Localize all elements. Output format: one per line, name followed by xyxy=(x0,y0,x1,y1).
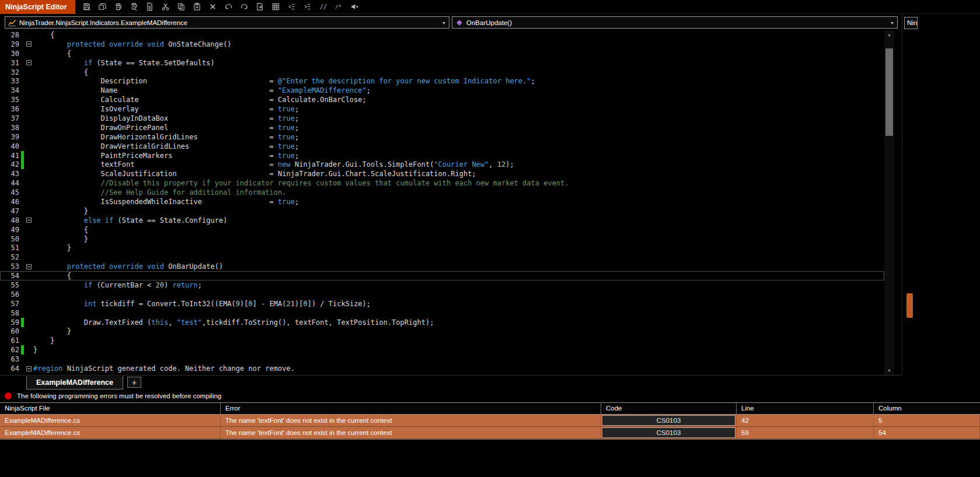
fold-collapse-icon[interactable] xyxy=(26,264,32,269)
clipped-panel-combobox[interactable]: Nin xyxy=(904,17,918,29)
code-text: if (State == State.SetDefaults) xyxy=(33,59,215,67)
code-line-57[interactable]: 57 int tickdiff = Convert.ToInt32((EMA(9… xyxy=(0,299,884,308)
code-line-46[interactable]: 46 IsSuspendedWhileInactive = true; xyxy=(0,197,884,206)
redo-icon[interactable] xyxy=(238,1,252,13)
column-header-file[interactable]: NinjaScript File xyxy=(0,403,221,414)
delete-icon[interactable] xyxy=(206,1,220,13)
code-line-42[interactable]: 42 textFont = new NinjaTrader.Gui.Tools.… xyxy=(0,160,884,169)
code-text: Draw.TextFixed (this, "test",tickdiff.To… xyxy=(33,318,434,327)
code-line-43[interactable]: 43 ScaleJustification = NinjaTrader.Gui.… xyxy=(0,169,884,178)
scroll-up-icon[interactable]: ▲ xyxy=(884,30,894,39)
column-header-code[interactable]: Code xyxy=(601,403,737,414)
change-margin xyxy=(21,188,24,197)
code-line-36[interactable]: 36 IsOverlay = true; xyxy=(0,104,884,114)
change-margin xyxy=(21,114,24,123)
error-row[interactable]: ExampleMADifference.csThe name 'textFont… xyxy=(0,427,980,439)
save-icon[interactable] xyxy=(80,1,94,13)
code-line-39[interactable]: 39 DrawHorizontalGridLines = true; xyxy=(0,132,884,142)
code-line-40[interactable]: 40 DrawVerticalGridLines = true; xyxy=(0,142,884,151)
code-line-38[interactable]: 38 DrawOnPricePanel = true; xyxy=(0,123,884,132)
copy-icon[interactable] xyxy=(175,1,189,13)
line-number: 47 xyxy=(0,207,21,215)
tab-examplemadifference[interactable]: ExampleMADifference xyxy=(26,376,123,390)
export-icon[interactable] xyxy=(253,1,267,13)
line-number: 45 xyxy=(0,188,21,197)
code-line-41[interactable]: 41 PaintPriceMarkers = true; xyxy=(0,151,884,160)
line-number: 35 xyxy=(0,96,21,104)
new-tab-button[interactable]: + xyxy=(127,377,141,388)
line-number: 32 xyxy=(0,68,21,76)
line-number: 48 xyxy=(0,216,21,225)
compile-grid-icon[interactable] xyxy=(269,1,283,13)
code-line-37[interactable]: 37 DisplayInDataBox = true; xyxy=(0,114,884,123)
code-line-45[interactable]: 45 //See Help Guide for additional infor… xyxy=(0,188,884,197)
comment-icon[interactable]: // xyxy=(316,1,330,13)
code-line-64[interactable]: 64#region NinjaScript generated code. Ne… xyxy=(0,364,884,373)
code-line-47[interactable]: 47 } xyxy=(0,206,884,216)
paste-icon[interactable] xyxy=(190,1,204,13)
code-editor[interactable]: 28 {29 protected override void OnStateCh… xyxy=(0,30,884,375)
code-line-54[interactable]: 54 { xyxy=(0,271,884,280)
code-text: } xyxy=(33,207,88,215)
fold-collapse-icon[interactable] xyxy=(26,60,32,65)
print-preview-icon[interactable] xyxy=(127,1,141,13)
code-line-51[interactable]: 51 } xyxy=(0,243,884,252)
code-line-29[interactable]: 29 protected override void OnStateChange… xyxy=(0,40,884,49)
chevron-down-icon[interactable]: ▼ xyxy=(890,21,894,25)
fold-collapse-icon[interactable] xyxy=(26,366,32,371)
scrollbar-thumb[interactable] xyxy=(885,48,893,136)
fold-collapse-icon[interactable] xyxy=(26,218,32,223)
column-header-error[interactable]: Error xyxy=(221,403,601,414)
member-selector-combobox[interactable]: OnBarUpdate() ▼ xyxy=(452,16,898,29)
code-line-53[interactable]: 53 protected override void OnBarUpdate() xyxy=(0,262,884,271)
error-row[interactable]: ExampleMADifference.csThe name 'textFont… xyxy=(0,415,980,427)
change-margin xyxy=(21,206,24,216)
change-margin xyxy=(21,178,24,188)
code-line-30[interactable]: 30 { xyxy=(0,49,884,58)
editor-vertical-scrollbar[interactable]: ▲ ▼ xyxy=(884,30,894,375)
code-line-56[interactable]: 56 xyxy=(0,290,884,299)
chevron-down-icon[interactable]: ▼ xyxy=(442,21,446,25)
uncomment-icon[interactable]: /* xyxy=(332,1,346,13)
scroll-down-icon[interactable]: ▼ xyxy=(884,366,894,375)
column-header-line[interactable]: Line xyxy=(737,403,874,414)
code-line-55[interactable]: 55 if (CurrentBar < 20) return; xyxy=(0,280,884,290)
code-line-35[interactable]: 35 Calculate = Calculate.OnBarClose; xyxy=(0,95,884,104)
code-line-28[interactable]: 28 { xyxy=(0,30,884,40)
fold-collapse-icon[interactable] xyxy=(26,41,32,47)
code-line-31[interactable]: 31 if (State == State.SetDefaults) xyxy=(0,58,884,68)
code-line-34[interactable]: 34 Name = "ExampleMADifference"; xyxy=(0,86,884,95)
code-line-59[interactable]: 59 Draw.TextFixed (this, "test",tickdiff… xyxy=(0,318,884,327)
code-line-48[interactable]: 48 else if (State == State.Configure) xyxy=(0,216,884,225)
navigation-bar: NinjaTrader.NinjaScript.Indicators.Examp… xyxy=(0,14,980,30)
code-text: DrawHorizontalGridLines = true; xyxy=(33,133,299,141)
code-line-50[interactable]: 50 } xyxy=(0,234,884,244)
indent-icon[interactable] xyxy=(301,1,315,13)
code-text: { xyxy=(33,68,88,76)
code-line-62[interactable]: 62} xyxy=(0,345,884,355)
code-line-61[interactable]: 61 } xyxy=(0,336,884,345)
code-line-52[interactable]: 52 xyxy=(0,252,884,262)
page-setup-icon[interactable] xyxy=(143,1,157,13)
compile-icon[interactable] xyxy=(348,1,362,13)
undo-icon[interactable] xyxy=(222,1,236,13)
save-all-icon[interactable] xyxy=(96,1,110,13)
code-text: Name = "ExampleMADifference"; xyxy=(33,86,371,94)
code-line-32[interactable]: 32 { xyxy=(0,68,884,77)
print-icon[interactable] xyxy=(111,1,125,13)
cut-icon[interactable] xyxy=(159,1,173,13)
code-line-44[interactable]: 44 //Disable this property if your indic… xyxy=(0,178,884,188)
change-margin xyxy=(21,142,24,151)
code-line-58[interactable]: 58 xyxy=(0,308,884,318)
change-margin xyxy=(21,280,24,290)
column-header-column[interactable]: Column xyxy=(874,403,980,414)
line-number: 41 xyxy=(0,152,21,160)
code-line-60[interactable]: 60 } xyxy=(0,327,884,336)
type-selector-combobox[interactable]: NinjaTrader.NinjaScript.Indicators.Examp… xyxy=(5,16,449,29)
code-line-33[interactable]: 33 Description = @"Enter the description… xyxy=(0,76,884,86)
changed-line-marker xyxy=(21,318,24,327)
code-line-63[interactable]: 63 xyxy=(0,355,884,364)
code-line-49[interactable]: 49 { xyxy=(0,225,884,234)
outdent-icon[interactable] xyxy=(285,1,299,13)
toolbar-icon-group: ///* xyxy=(80,1,362,13)
